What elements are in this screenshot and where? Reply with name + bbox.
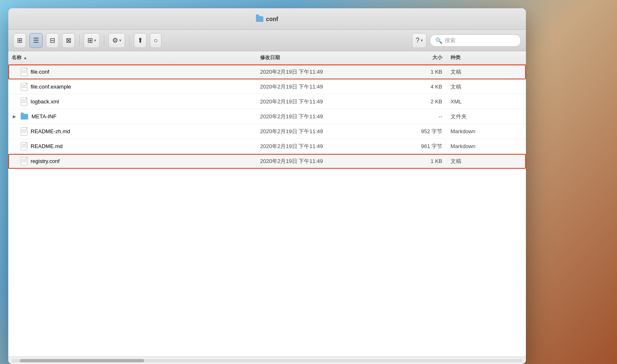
view-group-button[interactable]: ⊞ ▾: [84, 33, 100, 48]
bottom-bar: [8, 357, 526, 364]
search-icon: 🔍: [435, 37, 442, 44]
view-cover-button[interactable]: ⊠: [62, 33, 75, 48]
finder-window: conf ⊞ ☰ ⊟ ⊠ ⊞ ▾ ⚙ ▾ ⬆: [8, 8, 526, 364]
file-type-cell: Markdown: [451, 143, 523, 149]
window-title: conf: [13, 16, 521, 22]
content-area: 名称 ▲ 修改日期 大小 种类 file.conf2020年2月19日 下午11…: [8, 51, 526, 364]
share-icon: ⬆: [137, 36, 143, 44]
view-list-button[interactable]: ☰: [29, 33, 43, 48]
gear-button[interactable]: ⚙ ▾: [108, 33, 125, 48]
file-type-cell: 文稿: [451, 68, 523, 76]
table-row[interactable]: file.conf.example2020年2月19日 下午11:494 KB文…: [8, 79, 526, 94]
expand-arrow-icon[interactable]: ▶: [12, 114, 17, 120]
file-type-cell: 文稿: [451, 83, 523, 91]
view-grid-button[interactable]: ⊞: [13, 33, 26, 48]
gear-chevron-icon: ▾: [119, 38, 121, 43]
file-name-cell: logback.xml: [12, 98, 260, 106]
file-name-label: README.md: [31, 143, 63, 149]
file-size-cell: 1 KB: [376, 158, 451, 164]
help-chevron-icon: ▾: [421, 38, 423, 43]
file-name-cell: README.md: [12, 142, 260, 151]
list-icon: ☰: [33, 36, 39, 44]
search-box[interactable]: 🔍 搜索: [430, 34, 521, 47]
file-name-cell: file.conf.example: [12, 83, 260, 91]
table-row[interactable]: registry.conf2020年2月19日 下午11:491 KB文稿: [8, 154, 526, 169]
file-date-cell: 2020年2月19日 下午11:49: [260, 83, 376, 91]
tag-icon: ○: [154, 37, 158, 44]
toolbar: ⊞ ☰ ⊟ ⊠ ⊞ ▾ ⚙ ▾ ⬆ ○ ? ▾: [8, 30, 526, 51]
scrollbar-thumb[interactable]: [20, 359, 144, 362]
col-header-type[interactable]: 种类: [451, 54, 523, 61]
file-name-label: file.conf: [31, 69, 49, 75]
table-row[interactable]: README.md2020年2月19日 下午11:49961 字节Markdow…: [8, 139, 526, 154]
file-icon: [21, 127, 27, 136]
file-date-cell: 2020年2月19日 下午11:49: [260, 68, 376, 76]
columns-icon: ⊟: [50, 36, 55, 44]
horizontal-scrollbar[interactable]: [12, 359, 523, 362]
separator-1: [79, 35, 80, 46]
file-size-cell: 952 字节: [376, 128, 451, 135]
tag-button[interactable]: ○: [150, 33, 161, 48]
file-date-cell: 2020年2月19日 下午11:49: [260, 143, 376, 150]
group-chevron-icon: ▾: [94, 38, 96, 43]
file-name-label: file.conf.example: [31, 84, 71, 90]
file-name-cell: ▶META-INF: [12, 113, 260, 120]
col-header-name[interactable]: 名称 ▲: [12, 54, 260, 61]
file-name-label: logback.xml: [31, 98, 59, 105]
file-type-cell: 文稿: [451, 158, 523, 165]
share-button[interactable]: ⬆: [134, 33, 147, 48]
file-icon: [21, 83, 27, 91]
file-size-cell: --: [376, 113, 451, 120]
grid-icon: ⊞: [17, 36, 22, 44]
file-name-cell: registry.conf: [12, 157, 260, 165]
file-type-cell: XML: [451, 98, 523, 105]
window-title-text: conf: [266, 16, 278, 22]
folder-icon: [21, 114, 28, 120]
file-date-cell: 2020年2月19日 下午11:49: [260, 128, 376, 135]
view-columns-button[interactable]: ⊟: [46, 33, 59, 48]
title-bar: conf: [8, 8, 526, 30]
help-icon: ?: [416, 37, 419, 44]
table-row[interactable]: file.conf2020年2月19日 下午11:491 KB文稿: [8, 65, 526, 79]
column-headers: 名称 ▲ 修改日期 大小 种类: [8, 51, 526, 65]
col-header-size[interactable]: 大小: [376, 54, 451, 61]
title-folder-icon: [256, 16, 263, 22]
table-row[interactable]: ▶META-INF2020年2月19日 下午11:49--文件夹: [8, 109, 526, 124]
file-icon: [21, 98, 27, 106]
file-type-cell: 文件夹: [451, 113, 523, 120]
file-name-cell: file.conf: [12, 68, 260, 76]
file-list: file.conf2020年2月19日 下午11:491 KB文稿file.co…: [8, 65, 526, 357]
col-header-date[interactable]: 修改日期: [260, 54, 376, 61]
file-name-label: README-zh.md: [31, 128, 70, 134]
separator-3: [129, 35, 130, 46]
file-date-cell: 2020年2月19日 下午11:49: [260, 98, 376, 105]
file-name-label: registry.conf: [31, 158, 60, 164]
group-grid-icon: ⊞: [87, 36, 93, 44]
file-name-cell: README-zh.md: [12, 127, 260, 136]
file-size-cell: 2 KB: [376, 98, 451, 105]
file-size-cell: 4 KB: [376, 84, 451, 90]
file-size-cell: 1 KB: [376, 69, 451, 75]
sort-arrow-icon: ▲: [23, 55, 27, 60]
separator-2: [104, 35, 104, 46]
gear-icon: ⚙: [112, 36, 118, 44]
file-size-cell: 961 字节: [376, 143, 451, 150]
cover-icon: ⊠: [66, 36, 71, 44]
file-icon: [21, 157, 27, 165]
file-type-cell: Markdown: [451, 128, 523, 134]
file-date-cell: 2020年2月19日 下午11:49: [260, 158, 376, 165]
file-icon: [21, 142, 27, 151]
file-name-label: META-INF: [31, 113, 56, 120]
table-row[interactable]: README-zh.md2020年2月19日 下午11:49952 字节Mark…: [8, 124, 526, 139]
table-row[interactable]: logback.xml2020年2月19日 下午11:492 KBXML: [8, 94, 526, 109]
file-date-cell: 2020年2月19日 下午11:49: [260, 113, 376, 120]
help-button[interactable]: ? ▾: [412, 33, 427, 48]
file-icon: [21, 68, 27, 76]
search-placeholder: 搜索: [445, 37, 456, 44]
